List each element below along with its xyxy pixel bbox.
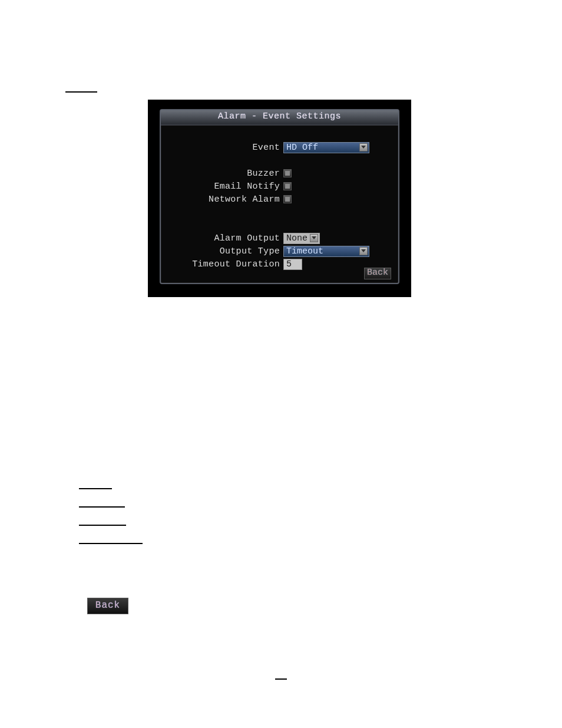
alarm-event-settings-dialog: Alarm - Event Settings Event HD Off [148,100,411,297]
email-notify-checkbox[interactable] [283,182,292,190]
underline [79,543,143,544]
buzzer-label: Buzzer [168,169,283,179]
page-footer-dash [275,678,287,680]
email-notify-label: Email Notify [168,182,283,192]
chevron-down-icon [359,143,368,151]
event-dropdown[interactable]: HD Off [283,142,369,153]
underline [79,525,126,526]
back-button[interactable]: Back [364,268,391,279]
underline [65,91,97,93]
timeout-duration-input[interactable]: 5 [283,259,302,270]
network-alarm-label: Network Alarm [168,195,283,205]
underline [79,488,112,489]
output-type-value: Timeout [286,246,357,256]
alarm-output-value: None [286,233,308,243]
alarm-output-dropdown[interactable]: None [283,233,320,244]
back-button-image: Back [87,598,128,614]
chevron-down-icon [359,247,368,255]
network-alarm-checkbox[interactable] [283,195,292,203]
event-value: HD Off [286,143,357,153]
output-type-label: Output Type [168,246,283,256]
chevron-down-icon [310,234,318,242]
timeout-duration-label: Timeout Duration [168,259,283,269]
underline [79,506,125,508]
event-label: Event [168,143,283,153]
buzzer-checkbox[interactable] [283,169,292,177]
dialog-title: Alarm - Event Settings [161,110,398,126]
alarm-output-label: Alarm Output [168,233,283,243]
output-type-dropdown[interactable]: Timeout [283,246,369,257]
